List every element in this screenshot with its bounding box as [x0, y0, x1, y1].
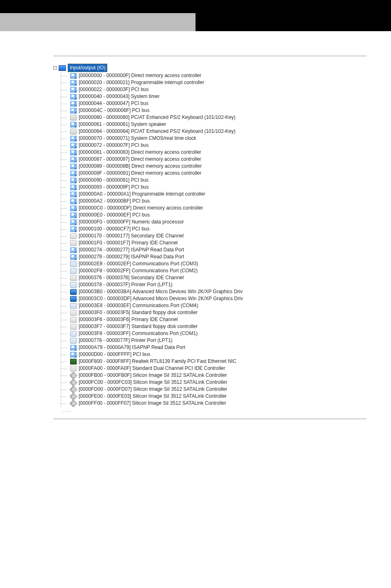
- tree-node[interactable]: [0000FA00 - 0000FA0F] Standard Dual Chan…: [61, 365, 366, 372]
- device-generic-icon: [70, 143, 77, 148]
- tree-node-label: [00000087 - 00000087] Direct memory acce…: [79, 156, 201, 163]
- tree-root[interactable]: − Input/output (IO): [53, 64, 366, 72]
- device-generic-icon: [70, 212, 77, 218]
- tree-node[interactable]: [000000F0 - 000000FF] Numeric data proce…: [61, 219, 366, 226]
- tree-node[interactable]: [000002F8 - 000002FF] Communications Por…: [61, 267, 366, 274]
- tree-node[interactable]: [00000A79 - 00000A79] ISAPNP Read Data P…: [61, 344, 366, 351]
- tree-node[interactable]: [00000081 - 00000083] Direct memory acce…: [61, 149, 366, 156]
- network-adapter-icon: [70, 359, 77, 365]
- tree-node[interactable]: [0000FB00 - 0000FB0F] Silicon Image SiI …: [61, 372, 366, 379]
- tree-node-label: [00000778 - 0000077F] Printer Port (LPT1…: [79, 337, 173, 344]
- tree-node[interactable]: [00000060 - 00000060] PC/AT Enhanced PS/…: [61, 114, 366, 121]
- tree-node-label: [0000FA00 - 0000FA0F] Standard Dual Chan…: [79, 365, 225, 372]
- serial-port-icon: [70, 282, 77, 288]
- tree-node-label: [00000000 - 0000000F] Direct memory acce…: [79, 72, 201, 79]
- scsi-controller-icon: [70, 387, 77, 392]
- tree-node[interactable]: [00000040 - 00000043] System timer: [61, 93, 366, 100]
- tree-node-label: [000002F8 - 000002FF] Communications Por…: [79, 267, 198, 274]
- device-generic-icon: [70, 157, 77, 162]
- tree-node[interactable]: [00000070 - 00000071] System CMOS/real t…: [61, 135, 366, 142]
- tree-root-label: Input/output (IO): [68, 64, 107, 72]
- device-generic-icon: [70, 198, 77, 204]
- storage-controller-icon: [70, 240, 77, 246]
- tree-node[interactable]: [00000274 - 00000277] ISAPNP Read Data P…: [61, 246, 366, 253]
- tree-node-label: [0000FE00 - 0000FE03] Silicon Image SiI …: [79, 393, 227, 400]
- scsi-controller-icon: [70, 394, 77, 399]
- tree-node[interactable]: [000003F7 - 000003F7] Standard floppy di…: [61, 323, 366, 330]
- device-generic-icon: [70, 171, 77, 176]
- page-header: [0, 0, 391, 31]
- tree-node[interactable]: [000000A0 - 000000A1] Programmable inter…: [61, 191, 366, 198]
- tree-node-label: [000002E8 - 000002EF] Communications Por…: [79, 260, 198, 267]
- tree-node[interactable]: [0000F800 - 0000F8FF] Realtek RTL8139 Fa…: [61, 358, 366, 365]
- tree-node[interactable]: [000003C0 - 000003DF] Advanced Micro Dev…: [61, 295, 366, 302]
- device-generic-icon: [70, 164, 77, 169]
- tree-node[interactable]: [00000378 - 0000037F] Printer Port (LPT1…: [61, 281, 366, 288]
- display-adapter-icon: [70, 289, 77, 295]
- tree-node[interactable]: [000003B0 - 000003BA] Advanced Micro Dev…: [61, 288, 366, 295]
- tree-node[interactable]: [00000072 - 0000007F] PCI bus: [61, 142, 366, 149]
- device-generic-icon: [70, 185, 77, 190]
- tree-node[interactable]: [00000022 - 0000003F] PCI bus: [61, 86, 366, 93]
- tree-node[interactable]: [00000376 - 00000376] Secondary IDE Chan…: [61, 274, 366, 281]
- device-generic-icon: [70, 219, 77, 225]
- tree-node[interactable]: [00000170 - 00000177] Secondary IDE Chan…: [61, 232, 366, 239]
- tree-node[interactable]: [0000FC00 - 0000FC03] Silicon Image SiI …: [61, 379, 366, 386]
- tree-node[interactable]: [00000000 - 0000000F] Direct memory acce…: [61, 72, 366, 79]
- tree-node[interactable]: [000003F6 - 000003F6] Primary IDE Channe…: [61, 316, 366, 323]
- tree-node[interactable]: [0000FD00 - 0000FD07] Silicon Image SiI …: [61, 386, 366, 393]
- tree-node[interactable]: [0000FE00 - 0000FE03] Silicon Image SiI …: [61, 393, 366, 400]
- expander-minus-icon[interactable]: −: [53, 66, 57, 70]
- tree-node-label: [00000040 - 00000043] System timer: [79, 93, 159, 100]
- tree-node-label: [000000C0 - 000000DF] Direct memory acce…: [79, 205, 203, 212]
- tree-node[interactable]: [00000100 - 00000CF7] PCI bus: [61, 226, 366, 232]
- tree-node[interactable]: [000003F0 - 000003F5] Standard floppy di…: [61, 309, 366, 316]
- device-generic-icon: [70, 205, 77, 211]
- header-right-bar: [196, 13, 391, 31]
- device-generic-icon: [70, 345, 77, 351]
- io-resource-tree: − Input/output (IO) [00000000 - 0000000F…: [53, 64, 366, 414]
- keyboard-icon: [70, 115, 77, 121]
- tree-node-label: [00000378 - 0000037F] Printer Port (LPT1…: [79, 281, 173, 288]
- tree-node[interactable]: [00000020 - 00000021] Programmable inter…: [61, 79, 366, 86]
- tree-node-label: [000003F7 - 000003F7] Standard floppy di…: [79, 323, 198, 330]
- scsi-controller-icon: [70, 373, 77, 378]
- tree-node-label: [00000060 - 00000060] PC/AT Enhanced PS/…: [79, 114, 236, 121]
- tree-node[interactable]: [00000061 - 00000061] System speaker: [61, 121, 366, 128]
- tree-node[interactable]: [00000778 - 0000077F] Printer Port (LPT1…: [61, 337, 366, 344]
- tree-node[interactable]: [00000090 - 00000091] PCI bus: [61, 177, 366, 184]
- tree-continues-indicator: ....: [61, 407, 366, 414]
- tree-node-label: [00000022 - 0000003F] PCI bus: [79, 86, 149, 93]
- tree-node[interactable]: [000000C0 - 000000DF] Direct memory acce…: [61, 205, 366, 212]
- tree-node-label: [00000D00 - 0000FFFF] PCI bus: [79, 351, 150, 358]
- tree-node-label: [0000FB00 - 0000FB0F] Silicon Image SiI …: [79, 372, 227, 379]
- tree-node-label: [0000004C - 0000006F] PCI bus: [79, 107, 150, 114]
- tree-node[interactable]: [0000008F - 00000091] Direct memory acce…: [61, 170, 366, 177]
- tree-node[interactable]: [00000087 - 00000087] Direct memory acce…: [61, 156, 366, 163]
- tree-node[interactable]: [000000E0 - 000000EF] PCI bus: [61, 212, 366, 219]
- tree-node[interactable]: [0000004C - 0000006F] PCI bus: [61, 107, 366, 114]
- tree-node-label: [00000090 - 00000091] PCI bus: [79, 177, 148, 184]
- tree-node-label: [0000F800 - 0000F8FF] Realtek RTL8139 Fa…: [79, 358, 236, 365]
- tree-node[interactable]: [000002E8 - 000002EF] Communications Por…: [61, 260, 366, 267]
- tree-node[interactable]: [00000279 - 00000279] ISAPNP Read Data P…: [61, 253, 366, 260]
- device-generic-icon: [70, 94, 77, 100]
- tree-node[interactable]: [00000093 - 0000009F] PCI bus: [61, 184, 366, 191]
- tree-node-label: [00000279 - 00000279] ISAPNP Read Data P…: [79, 253, 184, 260]
- tree-node[interactable]: [000003F8 - 000003FF] Communications Por…: [61, 330, 366, 337]
- storage-controller-icon: [70, 233, 77, 239]
- tree-node[interactable]: [00000044 - 00000047] PCI bus: [61, 100, 366, 107]
- tree-node[interactable]: [00000089 - 0000008B] Direct memory acce…: [61, 163, 366, 170]
- tree-node[interactable]: [00000D00 - 0000FFFF] PCI bus: [61, 351, 366, 358]
- tree-node[interactable]: [000001F0 - 000001F7] Primary IDE Channe…: [61, 239, 366, 246]
- tree-node[interactable]: [000000A2 - 000000BF] PCI bus: [61, 198, 366, 205]
- top-rule: [53, 56, 366, 56]
- tree-node-label: [000000A0 - 000000A1] Programmable inter…: [79, 191, 205, 198]
- tree-node-label: [000003C0 - 000003DF] Advanced Micro Dev…: [79, 295, 243, 302]
- tree-node[interactable]: [00000064 - 00000064] PC/AT Enhanced PS/…: [61, 128, 366, 135]
- tree-node[interactable]: [000003E8 - 000003EF] Communications Por…: [61, 302, 366, 309]
- tree-node-label: [00000020 - 00000021] Programmable inter…: [79, 79, 204, 86]
- tree-node[interactable]: [0000FF00 - 0000FF07] Silicon Image SiI …: [61, 400, 366, 407]
- tree-node-label: [00000100 - 00000CF7] PCI bus: [79, 226, 150, 232]
- serial-port-icon: [70, 303, 77, 309]
